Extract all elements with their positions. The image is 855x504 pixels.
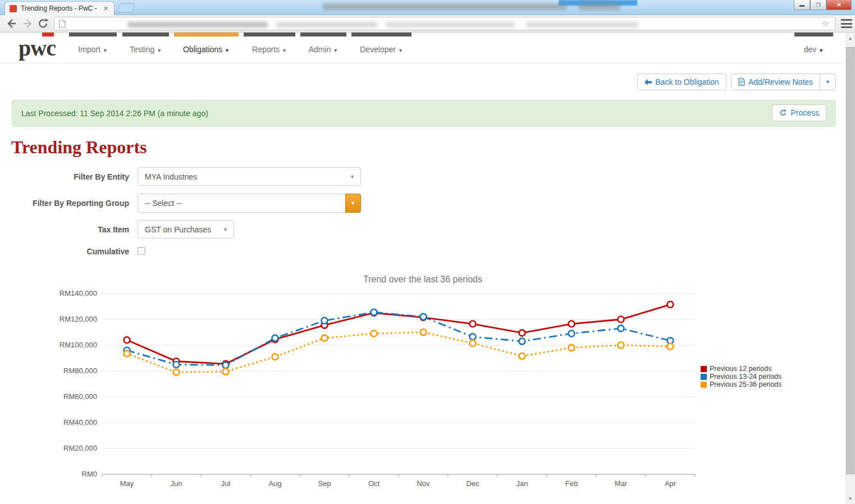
svg-text:RM60,000: RM60,000 (63, 392, 97, 401)
tax-item-value: GST on Purchases (145, 225, 211, 234)
nav-label: Developer (360, 45, 396, 54)
chevron-down-icon: ▼ (333, 48, 338, 53)
redacted-window-title (323, 3, 567, 10)
chevron-down-icon: ▼ (103, 48, 108, 53)
nav-item-developer[interactable]: Developer ▼ (351, 33, 412, 63)
address-bar[interactable]: ☆ (54, 17, 835, 30)
chevron-down-icon: ▼ (350, 174, 355, 180)
svg-text:Trend over the last 36 periods: Trend over the last 36 periods (363, 274, 482, 284)
chevron-down-icon: ▼ (225, 48, 230, 53)
svg-text:RM120,000: RM120,000 (60, 315, 97, 323)
nav-label: Import (78, 45, 100, 54)
redacted-url (526, 22, 638, 28)
svg-text:RM20,000: RM20,000 (63, 444, 97, 452)
forward-arrow-icon[interactable] (21, 17, 35, 30)
legend-item: Previous 13-24 periods (701, 373, 782, 381)
legend-item: Previous 25-36 periods (701, 381, 782, 388)
nav-label: Reports (252, 45, 280, 54)
last-processed-alert: Last Processed: 11 Sep 2014 2:26 PM (a m… (12, 100, 836, 127)
scroll-up-icon[interactable]: ▲ (845, 34, 855, 43)
svg-text:Aug: Aug (268, 479, 281, 488)
chevron-down-icon: ▼ (223, 227, 228, 232)
nav-item-obligations[interactable]: Obligations ▼ (174, 33, 239, 63)
browser-titlebar: Trending Reports - PwC - ✕ ▬ ❐ ✕ (0, 0, 855, 15)
nav-accent-bar-active (174, 33, 239, 36)
nav-item-testing[interactable]: Testing ▼ (122, 33, 169, 63)
tax-item-select[interactable]: GST on Purchases ▼ (138, 220, 234, 239)
chevron-down-icon: ▼ (351, 200, 356, 206)
restore-button[interactable]: ❐ (810, 0, 826, 10)
back-arrow-icon[interactable] (4, 17, 18, 30)
chevron-down-icon: ▼ (157, 48, 162, 53)
filter-group-value: -- Select -- (145, 199, 181, 208)
legend-swatch-blue (701, 374, 707, 380)
note-file-icon (738, 78, 745, 86)
browser-menu-icon[interactable] (841, 19, 852, 28)
refresh-icon (779, 109, 787, 117)
pwc-logo: pwc (19, 37, 56, 59)
nav-item-user-menu[interactable]: dev ▼ (794, 33, 833, 63)
svg-text:RM140,000: RM140,000 (60, 289, 97, 297)
page-title: Trending Reports (11, 137, 147, 158)
svg-text:Jan: Jan (516, 479, 528, 488)
filter-entity-value: MYA Industries (145, 172, 197, 181)
chevron-down-icon: ▼ (282, 48, 287, 53)
redacted-window-title (578, 3, 620, 10)
nav-item-admin[interactable]: Admin ▼ (300, 33, 346, 63)
new-tab-button[interactable] (117, 3, 135, 12)
tax-item-label: Tax Item (6, 225, 129, 234)
back-to-obligation-button[interactable]: Back to Obligation (637, 74, 726, 90)
page-content: pwc Import ▼ Testing ▼ Obligations ▼ Rep… (0, 33, 845, 504)
add-review-notes-button[interactable]: Add/Review Notes (731, 74, 820, 90)
tab-favicon-icon (10, 5, 17, 12)
legend-label: Previous 12 periods (710, 365, 771, 373)
nav-accent-bar (69, 33, 117, 36)
redacted-url (127, 22, 268, 28)
notes-dropdown-button[interactable]: ▼ (820, 74, 836, 90)
legend-swatch-red (701, 366, 707, 372)
cumulative-label: Cumulative (6, 247, 129, 256)
legend-item: Previous 12 periods (701, 365, 782, 373)
svg-text:Apr: Apr (665, 479, 676, 488)
chevron-down-icon: ▼ (398, 48, 403, 53)
filter-group-select[interactable]: -- Select -- ▼ (138, 194, 361, 213)
legend-swatch-orange (701, 382, 707, 388)
page-icon (59, 20, 66, 28)
scrollbar-thumb[interactable] (846, 47, 854, 474)
page-scrollbar[interactable]: ▲ ▼ (845, 33, 855, 504)
scroll-down-icon[interactable]: ▼ (845, 494, 855, 503)
tab-close-icon[interactable]: ✕ (102, 5, 109, 12)
nav-item-import[interactable]: Import ▼ (69, 33, 117, 63)
action-buttons: Back to Obligation Add/Review Notes ▼ (637, 74, 836, 90)
nav-accent-bar (351, 33, 412, 36)
nav-item-reports[interactable]: Reports ▼ (244, 33, 295, 63)
process-button[interactable]: Process (772, 104, 826, 121)
arrow-left-icon (644, 79, 652, 86)
chevron-down-icon: ▼ (819, 48, 824, 53)
legend-label: Previous 25-36 periods (710, 381, 782, 388)
reload-icon[interactable] (37, 17, 49, 30)
svg-text:RM100,000: RM100,000 (60, 341, 97, 349)
svg-text:Dec: Dec (466, 479, 479, 488)
legend-label: Previous 13-24 periods (710, 373, 782, 381)
close-button[interactable]: ✕ (826, 0, 852, 10)
nav-accent-bar (244, 33, 295, 36)
svg-text:May: May (120, 479, 134, 488)
filter-group-label: Filter By Reporting Group (6, 199, 129, 208)
bookmark-star-icon[interactable]: ☆ (822, 19, 829, 29)
svg-text:RM40,000: RM40,000 (63, 418, 97, 427)
nav-accent-bar (122, 33, 169, 36)
svg-text:Jun: Jun (171, 479, 182, 488)
filter-group-dropdown-button[interactable]: ▼ (345, 194, 361, 213)
filter-entity-select[interactable]: MYA Industries ▼ (138, 167, 361, 186)
minimize-button[interactable]: ▬ (794, 0, 810, 10)
svg-text:Sep: Sep (318, 479, 331, 488)
browser-tab[interactable]: Trending Reports - PwC - ✕ (4, 1, 115, 15)
filter-entity-label: Filter By Entity (6, 172, 129, 181)
window-controls: ▬ ❐ ✕ (794, 0, 852, 10)
svg-text:Oct: Oct (368, 479, 380, 488)
cumulative-checkbox[interactable] (138, 247, 145, 255)
notes-split-button: Add/Review Notes ▼ (731, 74, 836, 90)
svg-text:Nov: Nov (417, 479, 430, 488)
redacted-url (276, 22, 377, 28)
